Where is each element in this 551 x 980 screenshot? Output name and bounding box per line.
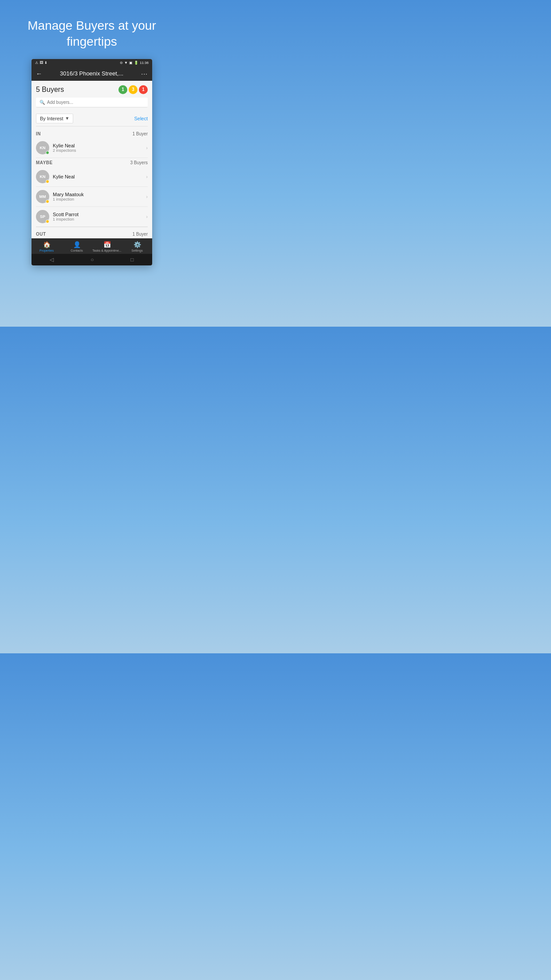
- avatar-dot: [46, 151, 49, 154]
- section-header-in: IN 1 Buyer: [36, 129, 148, 138]
- nav-tasks-label: Tasks & Appointme...: [92, 249, 121, 252]
- search-icon: 🔍: [39, 100, 45, 105]
- select-button[interactable]: Select: [134, 116, 148, 121]
- buyer-item[interactable]: KN Kylie Neal 2 inspections ›: [36, 138, 148, 158]
- nav-settings[interactable]: ⚙️ Settings: [122, 241, 152, 252]
- section-header-maybe: MAYBE 3 Buyers: [36, 158, 148, 167]
- avatar: KN: [36, 141, 49, 154]
- filter-row: By Interest ▼ Select: [36, 111, 148, 126]
- buyer-sub: 2 inspections: [53, 148, 146, 153]
- hero-section: Manage Buyers at your fingertips: [0, 0, 184, 59]
- buyers-count-title: 5 Buyers: [36, 86, 64, 94]
- hero-title: Manage Buyers at your fingertips: [13, 18, 170, 50]
- download-icon: ⬇: [44, 61, 47, 65]
- android-nav-bar: ◁ ○ □: [31, 254, 152, 265]
- nav-settings-label: Settings: [131, 249, 142, 252]
- main-content: 5 Buyers 1 3 1 🔍 By Interest ▼: [31, 81, 152, 238]
- buyer-sub: 1 inspection: [53, 197, 146, 202]
- buyer-info: Mary Maatouk 1 inspection: [53, 192, 146, 202]
- badge-row: 1 3 1: [118, 85, 148, 94]
- time-display: 11:36: [140, 61, 149, 65]
- battery-icon: 🔋: [134, 61, 138, 65]
- avatar-dot: [46, 180, 49, 183]
- chevron-right-icon: ›: [146, 145, 148, 150]
- status-right-icons: ⊝ ▼ ▣ 🔋 11:36: [120, 61, 149, 65]
- android-back-button[interactable]: ◁: [50, 257, 54, 263]
- search-input[interactable]: [47, 100, 144, 105]
- status-left-icons: ⚠ 🖼 ⬇: [35, 61, 47, 65]
- badge-red: 1: [139, 85, 148, 94]
- section-count-in: 1 Buyer: [133, 131, 148, 136]
- buyer-info: Kylie Neal 2 inspections: [53, 143, 146, 153]
- section-count-maybe: 3 Buyers: [130, 160, 148, 165]
- image-icon: 🖼: [39, 61, 43, 65]
- avatar: MM: [36, 190, 49, 203]
- buyer-item[interactable]: SP Scott Parrot 1 inspection ›: [36, 207, 148, 227]
- buyer-info: Scott Parrot 1 inspection: [53, 212, 146, 221]
- status-bar: ⚠ 🖼 ⬇ ⊝ ▼ ▣ 🔋 11:36: [31, 59, 152, 67]
- nav-contacts[interactable]: 👤 Contacts: [62, 241, 92, 252]
- back-button[interactable]: ←: [36, 70, 42, 77]
- section-label-out: OUT: [36, 232, 46, 237]
- badge-yellow: 3: [129, 85, 138, 94]
- android-home-button[interactable]: ○: [91, 257, 94, 263]
- section-header-out: OUT 1 Buyer: [36, 229, 148, 238]
- signal-icon: ▣: [129, 61, 133, 65]
- section-out: OUT 1 Buyer: [36, 227, 148, 238]
- warning-icon: ⚠: [35, 61, 38, 65]
- section-label-maybe: MAYBE: [36, 160, 53, 165]
- section-maybe: MAYBE 3 Buyers KN Kylie Neal › MM: [36, 158, 148, 227]
- filter-label: By Interest: [40, 116, 63, 121]
- app-bar: ← 3016/3 Phoenix Street,... ···: [31, 67, 152, 81]
- more-menu-button[interactable]: ···: [141, 70, 148, 77]
- contacts-icon: 👤: [73, 241, 81, 248]
- buyer-item[interactable]: KN Kylie Neal ›: [36, 167, 148, 187]
- buyer-name: Mary Maatouk: [53, 192, 146, 197]
- avatar-dot: [46, 200, 49, 203]
- buyer-info: Kylie Neal: [53, 174, 146, 179]
- buyer-name: Kylie Neal: [53, 174, 146, 179]
- properties-icon: 🏠: [43, 241, 51, 248]
- buyers-header: 5 Buyers 1 3 1: [36, 85, 148, 94]
- chevron-right-icon: ›: [146, 194, 148, 199]
- nav-contacts-label: Contacts: [71, 249, 83, 252]
- nav-tasks[interactable]: 📅 Tasks & Appointme...: [92, 241, 122, 252]
- app-bar-title: 3016/3 Phoenix Street,...: [46, 70, 138, 77]
- bottom-nav: 🏠 Properties 👤 Contacts 📅 Tasks & Appoin…: [31, 238, 152, 254]
- section-count-out: 1 Buyer: [133, 232, 148, 237]
- buyer-name: Kylie Neal: [53, 143, 146, 148]
- buyer-item[interactable]: MM Mary Maatouk 1 inspection ›: [36, 187, 148, 207]
- search-bar[interactable]: 🔍: [36, 98, 148, 107]
- avatar: KN: [36, 170, 49, 183]
- badge-green: 1: [118, 85, 127, 94]
- filter-dropdown[interactable]: By Interest ▼: [36, 114, 73, 123]
- avatar: SP: [36, 210, 49, 223]
- buyer-name: Scott Parrot: [53, 212, 146, 217]
- settings-icon: ⚙️: [134, 241, 141, 248]
- tasks-icon: 📅: [103, 241, 111, 248]
- nav-properties[interactable]: 🏠 Properties: [31, 241, 62, 252]
- chevron-right-icon: ›: [146, 174, 148, 179]
- buyer-sub: 1 inspection: [53, 217, 146, 221]
- section-in: IN 1 Buyer KN Kylie Neal 2 inspections ›: [36, 129, 148, 158]
- avatar-dot: [46, 220, 49, 223]
- section-label-in: IN: [36, 131, 41, 136]
- mute-icon: ⊝: [120, 61, 123, 65]
- wifi-icon: ▼: [124, 61, 128, 65]
- chevron-right-icon: ›: [146, 214, 148, 219]
- chevron-down-icon: ▼: [65, 116, 70, 121]
- phone-mockup: ⚠ 🖼 ⬇ ⊝ ▼ ▣ 🔋 11:36 ← 3016/3 Phoenix Str…: [31, 59, 152, 265]
- nav-properties-label: Properties: [39, 249, 54, 252]
- android-recent-button[interactable]: □: [130, 257, 134, 263]
